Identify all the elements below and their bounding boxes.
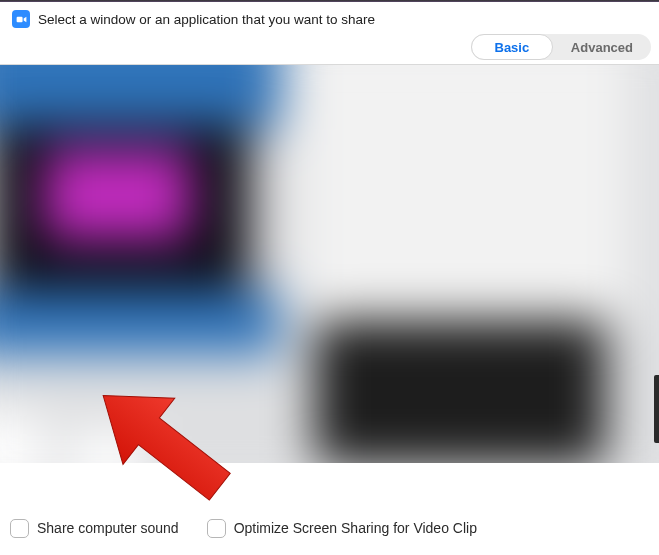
share-preview-area[interactable] xyxy=(0,65,659,463)
tab-basic[interactable]: Basic xyxy=(471,34,553,60)
checkbox-box-icon xyxy=(10,519,29,538)
share-sound-label: Share computer sound xyxy=(37,520,179,536)
optimize-video-label: Optimize Screen Sharing for Video Clip xyxy=(234,520,477,536)
share-computer-sound-checkbox[interactable]: Share computer sound xyxy=(10,519,179,538)
checkbox-box-icon xyxy=(207,519,226,538)
zoom-app-icon xyxy=(12,10,30,28)
tab-group: Basic Advanced xyxy=(471,34,651,60)
side-scroll-hint xyxy=(654,375,659,443)
tab-bar: Basic Advanced xyxy=(0,34,659,65)
optimize-video-checkbox[interactable]: Optimize Screen Sharing for Video Clip xyxy=(207,519,477,538)
dialog-title: Select a window or an application that y… xyxy=(38,12,375,27)
blurred-thumbnails xyxy=(0,65,659,463)
tab-advanced[interactable]: Advanced xyxy=(553,34,651,60)
bottom-options-bar: Share computer sound Optimize Screen Sha… xyxy=(0,501,659,555)
dialog-header: Select a window or an application that y… xyxy=(0,2,659,34)
tab-basic-label: Basic xyxy=(495,40,530,55)
svg-rect-0 xyxy=(16,16,22,21)
tab-advanced-label: Advanced xyxy=(571,40,633,55)
